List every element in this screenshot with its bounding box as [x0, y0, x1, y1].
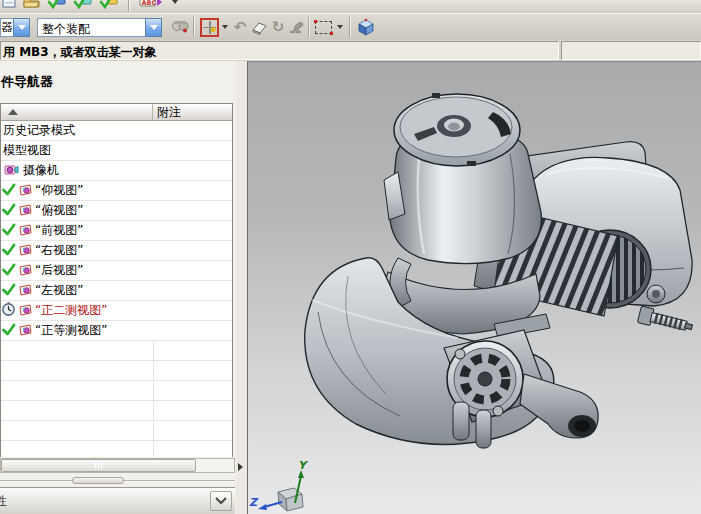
check-mark-icon: [2, 323, 16, 339]
view-frame-icon: [18, 203, 33, 219]
snap-dropdown-icon[interactable]: [222, 25, 228, 29]
check-mark-icon: [2, 243, 16, 259]
panel-title: 件导航器: [1, 73, 53, 91]
snap-point-icon[interactable]: ★: [200, 18, 219, 37]
robot-arm-icon[interactable]: [287, 19, 305, 35]
tree-row-model-views[interactable]: 模型视图: [1, 141, 232, 161]
camera-icon: [4, 163, 19, 179]
section-expand-button[interactable]: [210, 491, 232, 511]
view-frame-icon: [18, 323, 33, 339]
note-column-header[interactable]: 附注: [153, 104, 232, 120]
toolbar-separator: [349, 17, 351, 37]
name-column-header[interactable]: [1, 104, 153, 120]
axis-z-label: Z: [249, 496, 259, 509]
section-label-fragment: 性: [0, 493, 7, 509]
scrollbar-thumb[interactable]: [1, 459, 196, 472]
check-mark-icon: [2, 283, 16, 299]
clock-icon: [1, 302, 16, 319]
dropdown-arrow-icon[interactable]: [172, 0, 178, 4]
splitter-grip[interactable]: [72, 477, 124, 484]
panel-collapse-arrow-icon[interactable]: [238, 463, 243, 471]
panel-resize-splitter[interactable]: [236, 61, 248, 514]
tree-row-view-isometric[interactable]: “正等测视图”: [1, 321, 232, 341]
view-frame-icon: [18, 223, 33, 239]
toolbar-row-top: ABC: [0, 0, 701, 13]
tree-header[interactable]: 附注: [1, 104, 232, 121]
tree-row-view-bottom[interactable]: “仰视图”: [1, 181, 232, 201]
view-frame-icon: [18, 263, 33, 279]
marquee-select-icon[interactable]: [315, 21, 332, 34]
view-frame-icon: [18, 283, 33, 299]
undo-icon[interactable]: ↶: [231, 18, 249, 36]
panel-splitter[interactable]: [0, 475, 235, 487]
tree-row-view-top[interactable]: “俯视图”: [1, 201, 232, 221]
toolbar-separator: [308, 17, 310, 37]
marquee-dropdown-icon[interactable]: [337, 25, 343, 29]
check-mark-icon: [2, 223, 16, 239]
tree-row-view-left[interactable]: “左视图”: [1, 281, 232, 301]
horizontal-scrollbar[interactable]: [0, 458, 235, 473]
view-frame-icon: [18, 303, 33, 319]
sort-arrow-icon: [8, 109, 18, 115]
view-frame-icon: [18, 243, 33, 259]
tree-row-view-back[interactable]: “后视图”: [1, 261, 232, 281]
prompt-text: 用 MB3，或者双击某一对象: [1, 42, 558, 61]
axis-y-label: Y: [298, 459, 309, 472]
window-icon[interactable]: [2, 0, 17, 9]
tree-empty-rows: [1, 341, 232, 457]
status-pane: [561, 41, 701, 60]
shaded-display-icon[interactable]: [354, 17, 378, 37]
tree-row-history-mode[interactable]: 历史记录模式: [1, 121, 232, 141]
toolbar-separator: [128, 0, 130, 12]
graphics-viewport[interactable]: Y Z: [248, 61, 701, 514]
abc-note-icon[interactable]: ABC: [139, 0, 163, 9]
view-frame-icon: [18, 183, 33, 199]
filter-combo-fragment[interactable]: 器: [0, 18, 13, 37]
check-cyan-icon[interactable]: [73, 0, 93, 9]
scope-combo[interactable]: 整个装配: [37, 18, 162, 37]
nx-cad-window: ABC 器 整个装配 ★ ↶ ↻: [0, 0, 701, 514]
dependencies-section-bar[interactable]: 性: [0, 487, 235, 514]
part-navigator-panel: 件导航器 附注 历史记录模式 模型视图: [0, 61, 248, 514]
check-mark-icon: [2, 203, 16, 219]
prompt-pane: 用 MB3，或者双击某一对象: [0, 41, 559, 60]
chevron-down-icon: [215, 497, 227, 505]
tree-row-view-dimetric-current[interactable]: “正二测视图”: [1, 301, 232, 321]
scope-combo-value[interactable]: 整个装配: [37, 18, 145, 37]
open-folder-icon[interactable]: [23, 0, 41, 9]
toolbar-separator: [193, 17, 195, 37]
engine-model[interactable]: [248, 62, 701, 514]
tree-row-camera[interactable]: 摄像机: [1, 161, 232, 181]
find-component-icon[interactable]: [170, 18, 190, 36]
tree-row-view-front[interactable]: “前视图”: [1, 221, 232, 241]
scope-combo-dropdown-icon[interactable]: [145, 18, 162, 37]
toolbar-row-main: 器 整个装配 ★ ↶ ↻: [0, 13, 701, 40]
filter-combo-dropdown-icon[interactable]: [13, 18, 30, 37]
check-mark-icon: [2, 263, 16, 279]
move-object-icon[interactable]: [249, 19, 269, 35]
filter-combo-text: 器: [1, 19, 13, 36]
check-yellow-icon[interactable]: [99, 0, 119, 9]
check-mark-icon: [2, 183, 16, 199]
navigator-tree: 附注 历史记录模式 模型视图 摄像机: [0, 103, 233, 457]
check-blue-icon[interactable]: [47, 0, 67, 9]
coordinate-triad: Y Z: [248, 458, 338, 514]
status-bar: 用 MB3，或者双击某一对象: [0, 40, 701, 61]
svg-text:ABC: ABC: [142, 0, 157, 7]
rotate-object-icon[interactable]: ↻: [269, 18, 287, 36]
tree-row-view-right[interactable]: “右视图”: [1, 241, 232, 261]
